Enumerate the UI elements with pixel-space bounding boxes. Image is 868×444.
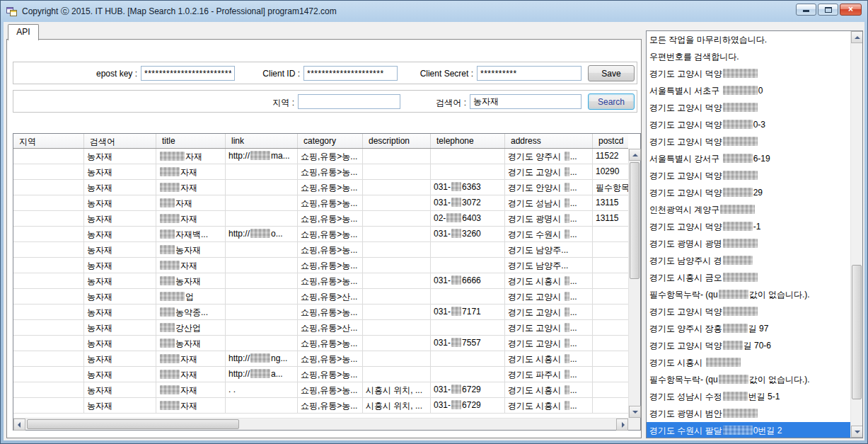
log-item[interactable]: 경기도 시흥시 금오	[647, 269, 850, 286]
table-row[interactable]: 농자재자재쇼핑,유통>농...02-6403경기도 광명시 ...13115	[13, 211, 628, 227]
column-header[interactable]: description	[363, 134, 431, 148]
log-item[interactable]: 경기도 고양시 덕양길 70-6	[647, 337, 850, 354]
save-button[interactable]: Save	[588, 65, 635, 81]
log-item[interactable]: 경기도 수원시 팔달0번길 2	[647, 422, 850, 438]
grid-hscroll-thumb[interactable]	[27, 419, 239, 429]
redacted-blur	[160, 292, 185, 301]
table-row[interactable]: 농자재농약종...쇼핑,유통>농...031-7171경기도 고양시 ...	[13, 304, 628, 320]
log-item[interactable]: 경기도 남양주시 경	[647, 252, 850, 269]
table-row[interactable]: 농자재자재http://a...쇼핑,유통>농...경기도 파주시 ...	[13, 367, 628, 382]
table-cell	[593, 320, 628, 335]
log-scroll-up-button[interactable]	[851, 31, 863, 43]
log-item[interactable]: 경기도 시흥시	[647, 354, 850, 371]
log-item[interactable]: 필수항목누락- (qu값이 없습니다.).	[647, 286, 850, 303]
table-row[interactable]: 농자재농자재쇼핑,유통>농...031-6666경기도 시흥시 ...	[13, 273, 628, 289]
column-header[interactable]: address	[505, 134, 593, 148]
table-row[interactable]: 농자재업쇼핑,유통>산...경기도 고양시 ...	[13, 289, 628, 304]
log-item[interactable]: 경기도 고양시 덕양0-3	[647, 116, 850, 133]
log-item[interactable]: 모든 작업을 마무리하였습니다.	[647, 31, 850, 48]
log-listbox[interactable]: 모든 작업을 마무리하였습니다.우편번호를 검색합니다.경기도 고양시 덕양서울…	[646, 30, 863, 438]
log-scroll-down-button[interactable]	[851, 426, 863, 438]
grid-vertical-scrollbar[interactable]	[628, 149, 640, 418]
table-row[interactable]: 농자재자재쇼핑,유통>농...031-6363경기도 안양시 ...필수항목누.…	[13, 180, 628, 195]
log-vscroll-thumb[interactable]	[852, 265, 862, 399]
client-secret-input[interactable]	[477, 66, 581, 81]
redacted-blur	[250, 151, 270, 160]
table-row[interactable]: 농자재자재백...http://o...쇼핑,유통>농...031-3260경기…	[13, 227, 628, 242]
table-cell: 경기도 시흥시 ...	[505, 351, 593, 366]
grid-vscroll-thumb[interactable]	[630, 162, 640, 279]
column-header[interactable]: title	[156, 134, 226, 148]
close-button[interactable]: ×	[840, 4, 862, 16]
table-cell: 쇼핑,유통>농...	[298, 398, 363, 413]
table-cell	[363, 227, 431, 241]
redacted-blur	[723, 69, 758, 78]
table-cell: 자재	[156, 180, 226, 195]
redacted-blur	[723, 341, 743, 350]
scroll-down-button[interactable]	[629, 406, 641, 418]
table-cell	[226, 195, 298, 210]
redacted-blur	[160, 152, 185, 161]
log-item[interactable]: 경기도 광명시 범안	[647, 405, 850, 422]
redacted-blur	[565, 214, 569, 223]
table-cell	[593, 227, 628, 241]
log-item[interactable]: 경기도 광명시 광명	[647, 235, 850, 252]
table-cell: 경기도 고양시 ...	[505, 289, 593, 304]
log-item[interactable]: 우편번호를 검색합니다.	[647, 48, 850, 65]
table-row[interactable]: 농자재자재쇼핑,유통>농...031-3072경기도 성남시 ...13115	[13, 195, 628, 211]
table-row[interactable]: 농자재강산업쇼핑,유통>산...경기도 고양시 ...	[13, 320, 628, 336]
column-header[interactable]: postcd	[593, 134, 628, 148]
log-item[interactable]: 경기도 고양시 덕양	[647, 133, 850, 150]
table-row[interactable]: 농자재농자재쇼핑,유통>농...031-7557경기도 고양시 ...	[13, 336, 628, 351]
redacted-blur	[451, 229, 461, 238]
region-input[interactable]	[298, 94, 400, 109]
table-row[interactable]: 농자재자재. .쇼핑,유통>농...시흥시 위치, ...031-6729경기도…	[13, 382, 628, 398]
column-header[interactable]: telephone	[431, 134, 505, 148]
scroll-right-button[interactable]	[616, 419, 628, 431]
column-header[interactable]: link	[226, 134, 298, 148]
maximize-icon	[825, 7, 832, 13]
log-item[interactable]: 경기도 고양시 덕양	[647, 65, 850, 82]
log-item[interactable]: 경기도 고양시 덕양	[647, 303, 850, 320]
table-cell	[363, 304, 431, 319]
table-cell	[226, 289, 298, 304]
table-row[interactable]: 농자재자재쇼핑,유통>농...경기도 고양시 ...10290	[13, 164, 628, 180]
log-item[interactable]: 경기도 고양시 덕양	[647, 99, 850, 116]
log-item[interactable]: 경기도 고양시 덕양-1	[647, 218, 850, 235]
grid-horizontal-scrollbar[interactable]	[13, 418, 640, 430]
log-item[interactable]: 경기도 성남시 수정번길 5-1	[647, 388, 850, 405]
table-cell: 쇼핑,유통>농...	[298, 367, 363, 382]
client-id-input[interactable]	[303, 66, 398, 81]
tab-api[interactable]: API	[8, 24, 39, 40]
column-header[interactable]: category	[298, 134, 363, 148]
table-row[interactable]: 농자재자재http://ng...쇼핑,유통>농...경기도 시흥시 ...	[13, 351, 628, 367]
table-cell: 031-7557	[431, 336, 505, 351]
log-vertical-scrollbar[interactable]	[850, 31, 862, 438]
table-cell: 경기도 고양시 ...	[505, 320, 593, 335]
table-row[interactable]: 농자재자재쇼핑,유통>농...시흥시 위치, ...031-6729경기도 시흥…	[13, 398, 628, 414]
log-item[interactable]: 서울특별시 강서구 6-19	[647, 150, 850, 167]
epost-key-input[interactable]	[141, 66, 235, 81]
log-item[interactable]: 인천광역시 계양구	[647, 201, 850, 218]
log-item[interactable]: 필수항목누락- (qu값이 없습니다.).	[647, 371, 850, 388]
table-cell	[226, 180, 298, 195]
table-row[interactable]: 농자재자재http://ma...쇼핑,유통>농...경기도 양주시 ...11…	[13, 149, 628, 164]
scroll-left-button[interactable]	[13, 419, 25, 431]
keyword-input[interactable]	[470, 94, 581, 109]
table-row[interactable]: 농자재자재쇼핑,유통>농...경기도 남양주...	[13, 258, 628, 273]
log-item[interactable]: 서울특별시 서초구 0	[647, 82, 850, 99]
column-header[interactable]: 검색어	[84, 134, 156, 148]
log-item[interactable]: 경기도 고양시 덕양29	[647, 184, 850, 201]
scroll-up-button[interactable]	[629, 149, 641, 161]
table-cell	[13, 289, 84, 304]
log-item[interactable]: 경기도 고양시 덕양	[647, 167, 850, 184]
table-cell	[363, 164, 431, 179]
table-row[interactable]: 농자재농자재쇼핑,유통>농...경기도 남양주...	[13, 242, 628, 258]
column-header[interactable]: 지역	[13, 134, 84, 148]
maximize-button[interactable]	[818, 4, 838, 16]
table-cell	[13, 273, 84, 288]
log-item[interactable]: 경기도 양주시 장흥길 97	[647, 320, 850, 337]
minimize-button[interactable]	[796, 4, 816, 16]
table-cell: 10290	[593, 164, 628, 179]
search-button[interactable]: Search	[588, 93, 635, 110]
